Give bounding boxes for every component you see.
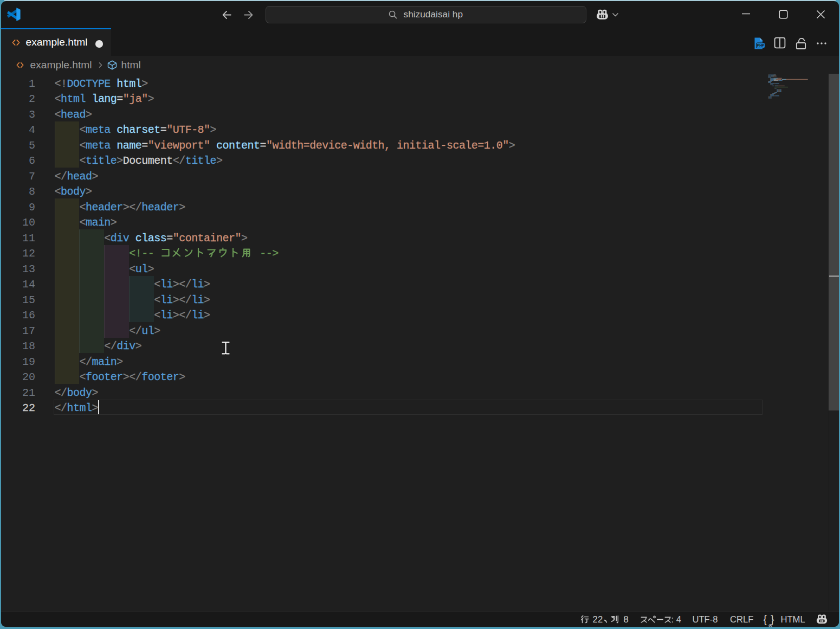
svg-text:PHP: PHP bbox=[757, 43, 764, 47]
